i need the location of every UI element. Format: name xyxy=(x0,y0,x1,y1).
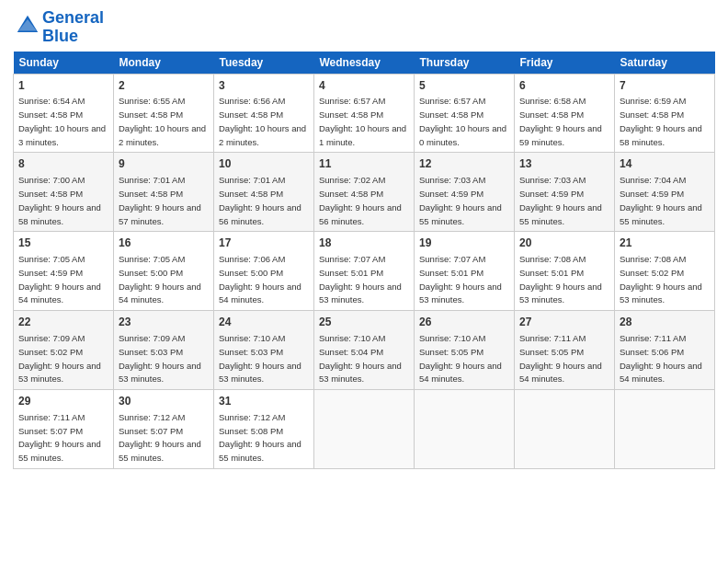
day-number: 13 xyxy=(519,156,609,172)
day-number: 15 xyxy=(18,236,108,251)
day-number: 29 xyxy=(18,394,108,409)
day-cell-24: 24Sunrise: 7:10 AMSunset: 5:03 PMDayligh… xyxy=(214,311,314,390)
week-row-2: 8Sunrise: 7:00 AMSunset: 4:58 PMDaylight… xyxy=(14,153,715,232)
day-detail: Sunrise: 7:09 AMSunset: 5:02 PMDaylight:… xyxy=(18,333,101,384)
day-number: 21 xyxy=(620,236,710,251)
logo: General Blue xyxy=(13,9,104,46)
empty-cell xyxy=(515,390,615,469)
day-cell-26: 26Sunrise: 7:10 AMSunset: 5:05 PMDayligh… xyxy=(415,311,515,390)
day-number: 10 xyxy=(219,156,309,172)
day-cell-7: 7Sunrise: 6:59 AMSunset: 4:58 PMDaylight… xyxy=(615,74,715,153)
day-detail: Sunrise: 6:57 AMSunset: 4:58 PMDaylight:… xyxy=(419,96,506,146)
day-number: 8 xyxy=(18,156,108,172)
week-row-1: 1Sunrise: 6:54 AMSunset: 4:58 PMDaylight… xyxy=(14,74,715,153)
day-cell-25: 25Sunrise: 7:10 AMSunset: 5:04 PMDayligh… xyxy=(314,311,415,390)
empty-cell xyxy=(615,390,715,469)
day-cell-4: 4Sunrise: 6:57 AMSunset: 4:58 PMDaylight… xyxy=(314,74,415,153)
day-detail: Sunrise: 6:58 AMSunset: 4:58 PMDaylight:… xyxy=(519,96,602,146)
day-detail: Sunrise: 7:01 AMSunset: 4:58 PMDaylight:… xyxy=(119,175,201,225)
day-detail: Sunrise: 7:11 AMSunset: 5:05 PMDaylight:… xyxy=(519,333,602,384)
day-cell-9: 9Sunrise: 7:01 AMSunset: 4:58 PMDaylight… xyxy=(114,153,214,232)
day-detail: Sunrise: 7:07 AMSunset: 5:01 PMDaylight:… xyxy=(319,254,402,304)
logo-general: General xyxy=(42,8,104,27)
day-cell-16: 16Sunrise: 7:05 AMSunset: 5:00 PMDayligh… xyxy=(114,232,214,311)
day-cell-22: 22Sunrise: 7:09 AMSunset: 5:02 PMDayligh… xyxy=(14,311,114,390)
day-detail: Sunrise: 7:10 AMSunset: 5:05 PMDaylight:… xyxy=(419,333,502,384)
day-number: 3 xyxy=(219,78,309,94)
day-number: 14 xyxy=(620,156,710,172)
empty-cell xyxy=(314,390,415,469)
day-cell-11: 11Sunrise: 7:02 AMSunset: 4:58 PMDayligh… xyxy=(314,153,415,232)
day-number: 9 xyxy=(119,156,209,172)
day-number: 7 xyxy=(620,78,710,94)
day-number: 28 xyxy=(620,315,710,330)
day-detail: Sunrise: 7:11 AMSunset: 5:07 PMDaylight:… xyxy=(18,412,101,463)
logo-blue: Blue xyxy=(42,27,78,45)
day-cell-15: 15Sunrise: 7:05 AMSunset: 4:59 PMDayligh… xyxy=(14,232,114,311)
day-cell-17: 17Sunrise: 7:06 AMSunset: 5:00 PMDayligh… xyxy=(214,232,314,311)
day-number: 24 xyxy=(219,315,309,330)
col-header-tuesday: Tuesday xyxy=(214,52,314,75)
day-cell-21: 21Sunrise: 7:08 AMSunset: 5:02 PMDayligh… xyxy=(615,232,715,311)
day-cell-6: 6Sunrise: 6:58 AMSunset: 4:58 PMDaylight… xyxy=(515,74,615,153)
day-cell-30: 30Sunrise: 7:12 AMSunset: 5:07 PMDayligh… xyxy=(114,390,214,469)
calendar-header-row: SundayMondayTuesdayWednesdayThursdayFrid… xyxy=(14,52,715,75)
calendar-table: SundayMondayTuesdayWednesdayThursdayFrid… xyxy=(13,52,715,469)
day-number: 17 xyxy=(219,236,309,251)
day-detail: Sunrise: 6:59 AMSunset: 4:58 PMDaylight:… xyxy=(620,96,702,146)
day-number: 5 xyxy=(419,78,509,94)
week-row-3: 15Sunrise: 7:05 AMSunset: 4:59 PMDayligh… xyxy=(14,232,715,311)
week-row-5: 29Sunrise: 7:11 AMSunset: 5:07 PMDayligh… xyxy=(14,390,715,469)
day-detail: Sunrise: 7:02 AMSunset: 4:58 PMDaylight:… xyxy=(319,175,402,225)
day-detail: Sunrise: 7:04 AMSunset: 4:59 PMDaylight:… xyxy=(620,175,702,225)
day-detail: Sunrise: 7:06 AMSunset: 5:00 PMDaylight:… xyxy=(219,254,301,304)
day-detail: Sunrise: 7:09 AMSunset: 5:03 PMDaylight:… xyxy=(119,333,201,384)
day-detail: Sunrise: 7:12 AMSunset: 5:08 PMDaylight:… xyxy=(219,412,301,463)
day-cell-31: 31Sunrise: 7:12 AMSunset: 5:08 PMDayligh… xyxy=(214,390,314,469)
day-detail: Sunrise: 7:12 AMSunset: 5:07 PMDaylight:… xyxy=(119,412,201,463)
day-detail: Sunrise: 6:55 AMSunset: 4:58 PMDaylight:… xyxy=(119,96,206,146)
day-detail: Sunrise: 7:01 AMSunset: 4:58 PMDaylight:… xyxy=(219,175,301,225)
day-number: 6 xyxy=(519,78,609,94)
col-header-thursday: Thursday xyxy=(415,52,515,75)
day-cell-2: 2Sunrise: 6:55 AMSunset: 4:58 PMDaylight… xyxy=(114,74,214,153)
day-detail: Sunrise: 7:08 AMSunset: 5:02 PMDaylight:… xyxy=(620,254,702,304)
col-header-friday: Friday xyxy=(515,52,615,75)
day-number: 27 xyxy=(519,315,609,330)
day-detail: Sunrise: 6:54 AMSunset: 4:58 PMDaylight:… xyxy=(18,96,106,146)
day-number: 1 xyxy=(18,78,108,94)
header: General Blue xyxy=(13,9,715,46)
day-cell-23: 23Sunrise: 7:09 AMSunset: 5:03 PMDayligh… xyxy=(114,311,214,390)
day-number: 11 xyxy=(319,156,409,172)
col-header-wednesday: Wednesday xyxy=(314,52,415,75)
day-detail: Sunrise: 7:00 AMSunset: 4:58 PMDaylight:… xyxy=(18,175,101,225)
day-detail: Sunrise: 7:07 AMSunset: 5:01 PMDaylight:… xyxy=(419,254,502,304)
logo-icon xyxy=(15,13,40,39)
day-cell-18: 18Sunrise: 7:07 AMSunset: 5:01 PMDayligh… xyxy=(314,232,415,311)
day-number: 2 xyxy=(119,78,209,94)
day-detail: Sunrise: 7:08 AMSunset: 5:01 PMDaylight:… xyxy=(519,254,602,304)
svg-marker-1 xyxy=(18,19,37,31)
empty-cell xyxy=(415,390,515,469)
day-detail: Sunrise: 7:03 AMSunset: 4:59 PMDaylight:… xyxy=(519,175,602,225)
day-number: 22 xyxy=(18,315,108,330)
day-number: 25 xyxy=(319,315,409,330)
day-cell-10: 10Sunrise: 7:01 AMSunset: 4:58 PMDayligh… xyxy=(214,153,314,232)
day-number: 20 xyxy=(519,236,609,251)
day-cell-5: 5Sunrise: 6:57 AMSunset: 4:58 PMDaylight… xyxy=(415,74,515,153)
day-number: 30 xyxy=(119,394,209,409)
day-detail: Sunrise: 6:57 AMSunset: 4:58 PMDaylight:… xyxy=(319,96,406,146)
day-number: 23 xyxy=(119,315,209,330)
col-header-sunday: Sunday xyxy=(14,52,114,75)
day-number: 19 xyxy=(419,236,509,251)
day-cell-14: 14Sunrise: 7:04 AMSunset: 4:59 PMDayligh… xyxy=(615,153,715,232)
day-number: 31 xyxy=(219,394,309,409)
day-cell-20: 20Sunrise: 7:08 AMSunset: 5:01 PMDayligh… xyxy=(515,232,615,311)
day-detail: Sunrise: 7:10 AMSunset: 5:04 PMDaylight:… xyxy=(319,333,402,384)
day-detail: Sunrise: 7:05 AMSunset: 4:59 PMDaylight:… xyxy=(18,254,101,304)
day-detail: Sunrise: 7:05 AMSunset: 5:00 PMDaylight:… xyxy=(119,254,201,304)
day-number: 26 xyxy=(419,315,509,330)
week-row-4: 22Sunrise: 7:09 AMSunset: 5:02 PMDayligh… xyxy=(14,311,715,390)
day-cell-28: 28Sunrise: 7:11 AMSunset: 5:06 PMDayligh… xyxy=(615,311,715,390)
day-cell-13: 13Sunrise: 7:03 AMSunset: 4:59 PMDayligh… xyxy=(515,153,615,232)
